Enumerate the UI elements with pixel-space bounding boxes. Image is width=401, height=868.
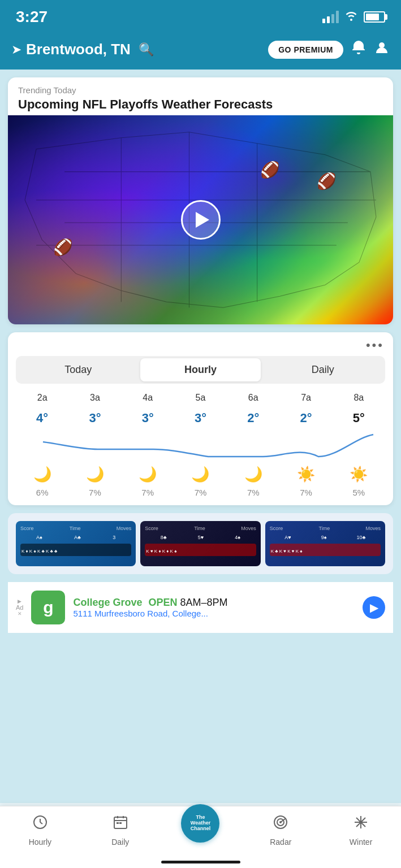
ad-brand-icon: g xyxy=(31,591,65,624)
hour-label-2: 4a xyxy=(122,393,174,403)
radar-nav-icon xyxy=(273,814,288,834)
nav-radar-label: Radar xyxy=(270,837,291,847)
tab-daily[interactable]: Daily xyxy=(263,358,383,381)
games-card: Score Time Moves A♠A♣3 K ♦ K ♠ K ♣ K ♣ ♣… xyxy=(8,513,393,574)
temp-6: 5° xyxy=(333,411,385,426)
trending-card: Trending Today Upcoming NFL Playoffs Wea… xyxy=(8,77,393,324)
game-thumbnail-2[interactable]: Score Time Moves 8♣5♥4♠ K ♥ K ♦ K ♦ K ♠ xyxy=(140,521,260,566)
ad-title: College Grove OPEN 8AM–8PM xyxy=(73,597,355,609)
svg-point-25 xyxy=(360,821,362,823)
nav-home-circle: TheWeatherChannel xyxy=(181,804,219,843)
temp-2: 3° xyxy=(122,411,174,426)
football-icon-mid: 🏈 xyxy=(260,160,280,179)
user-icon[interactable] xyxy=(374,40,390,59)
play-button[interactable] xyxy=(181,200,221,240)
ad-banner[interactable]: ▶ Ad ✕ g College Grove OPEN 8AM–8PM 5111… xyxy=(8,582,393,633)
hour-label-4: 6a xyxy=(227,393,279,403)
svg-rect-16 xyxy=(119,822,122,824)
nav-radar[interactable]: Radar xyxy=(240,814,321,847)
precip-0: 6% xyxy=(16,488,68,497)
trending-title: Upcoming NFL Playoffs Weather Forecasts xyxy=(18,97,383,112)
game-thumbnail-1[interactable]: Score Time Moves A♠A♣3 K ♦ K ♠ K ♣ K ♣ ♣ xyxy=(16,521,136,566)
ad-text: College Grove OPEN 8AM–8PM 5111 Murfrees… xyxy=(73,597,355,618)
temp-3: 3° xyxy=(174,411,227,426)
nav-winter[interactable]: Winter xyxy=(321,814,401,847)
play-triangle-icon xyxy=(196,212,209,228)
temp-5: 2° xyxy=(279,411,332,426)
nav-winter-label: Winter xyxy=(350,837,372,847)
tab-today[interactable]: Today xyxy=(18,358,138,381)
ad-label: ▶ Ad ✕ xyxy=(16,598,23,617)
hour-label-3: 5a xyxy=(174,393,227,403)
weather-icon-5: ☀️ xyxy=(279,466,332,483)
weather-map[interactable]: 🏈 🏈 🏈 xyxy=(8,115,393,324)
weather-icon-6: ☀️ xyxy=(333,466,385,483)
precip-4: 7% xyxy=(227,488,279,497)
football-icon-left: 🏈 xyxy=(53,238,73,257)
more-options-button[interactable]: ••• xyxy=(366,338,384,353)
svg-line-10 xyxy=(40,822,42,824)
header: ➤ Brentwood, TN 🔍 GO PREMIUM xyxy=(0,34,401,70)
ad-subtitle: 5111 Murfreesboro Road, College... xyxy=(73,609,355,618)
temp-0: 4° xyxy=(16,411,68,426)
precips-row: 6% 7% 7% 7% 7% 7% 5% xyxy=(8,488,393,497)
battery-icon xyxy=(364,11,385,23)
precip-3: 7% xyxy=(174,488,227,497)
location-arrow-icon: ➤ xyxy=(11,42,21,57)
forecast-card: ••• Today Hourly Daily 2a 3a 4a 5a 6a 7a… xyxy=(8,332,393,505)
temp-4: 2° xyxy=(227,411,279,426)
weather-icon-4: 🌙 xyxy=(227,466,279,483)
bottom-nav: Hourly Daily TheWeatherChannel xyxy=(0,806,401,868)
precip-6: 5% xyxy=(333,488,385,497)
forecast-tab-bar: Today Hourly Daily xyxy=(16,356,385,384)
svg-rect-15 xyxy=(117,822,119,824)
winter-nav-icon xyxy=(353,814,369,834)
temp-1: 3° xyxy=(68,411,121,426)
precip-1: 7% xyxy=(68,488,121,497)
signal-icon xyxy=(322,11,339,23)
hours-row: 2a 3a 4a 5a 6a 7a 8a xyxy=(8,393,393,403)
temp-curve-svg xyxy=(16,430,401,461)
game-thumbnail-3[interactable]: Score Time Moves A♥9♠10♣ K ♣ K ♥ K ♥ K ♠ xyxy=(265,521,385,566)
weather-icon-2: 🌙 xyxy=(122,466,174,483)
main-content: Trending Today Upcoming NFL Playoffs Wea… xyxy=(0,70,401,803)
status-time: 3:27 xyxy=(16,8,48,26)
nav-daily-label: Daily xyxy=(111,837,129,847)
nav-daily[interactable]: Daily xyxy=(80,814,161,847)
wifi-icon xyxy=(344,10,358,24)
location-area[interactable]: ➤ Brentwood, TN 🔍 xyxy=(11,41,154,58)
daily-nav-icon xyxy=(113,814,128,834)
temp-graph-area xyxy=(8,426,393,466)
trending-label: Trending Today xyxy=(18,85,383,95)
go-premium-button[interactable]: GO PREMIUM xyxy=(268,41,343,59)
nav-hourly[interactable]: Hourly xyxy=(0,814,80,847)
hour-label-0: 2a xyxy=(16,393,68,403)
football-icon-right: 🏈 xyxy=(317,172,337,190)
hour-label-1: 3a xyxy=(68,393,121,403)
bell-icon[interactable] xyxy=(351,40,366,59)
precip-5: 7% xyxy=(279,488,332,497)
hour-label-5: 7a xyxy=(279,393,332,403)
status-icons xyxy=(322,10,385,24)
header-actions: GO PREMIUM xyxy=(268,40,390,59)
svg-point-0 xyxy=(379,42,385,48)
hour-label-6: 8a xyxy=(333,393,385,403)
tab-hourly[interactable]: Hourly xyxy=(140,358,260,381)
ad-directions-button[interactable]: ▶ xyxy=(363,596,385,619)
temps-row: 4° 3° 3° 3° 2° 2° 5° xyxy=(8,411,393,426)
weather-icon-1: 🌙 xyxy=(68,466,121,483)
weather-icon-0: 🌙 xyxy=(16,466,68,483)
nav-hourly-label: Hourly xyxy=(29,837,51,847)
forecast-card-header: ••• xyxy=(8,338,393,356)
search-icon[interactable]: 🔍 xyxy=(139,42,154,57)
status-bar: 3:27 xyxy=(0,0,401,34)
trending-header: Trending Today Upcoming NFL Playoffs Wea… xyxy=(8,77,393,115)
home-indicator xyxy=(161,861,240,863)
weather-icon-3: 🌙 xyxy=(174,466,227,483)
location-text: Brentwood, TN xyxy=(26,41,131,58)
precip-2: 7% xyxy=(122,488,174,497)
nav-home[interactable]: TheWeatherChannel xyxy=(161,804,241,843)
hourly-nav-icon xyxy=(32,814,48,834)
icons-row: 🌙 🌙 🌙 🌙 🌙 ☀️ ☀️ xyxy=(8,466,393,483)
